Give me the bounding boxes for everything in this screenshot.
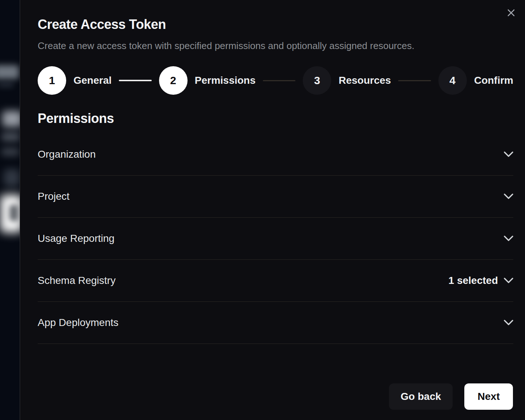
section-row-usage-reporting[interactable]: Usage Reporting: [38, 218, 513, 260]
step-number-badge: 1: [38, 66, 66, 95]
section-row-controls: [504, 194, 513, 199]
chevron-down-icon: [504, 278, 513, 284]
section-row-controls: [504, 151, 513, 157]
section-label: App Deployments: [38, 317, 118, 329]
next-button[interactable]: Next: [464, 383, 513, 410]
section-label: Schema Registry: [38, 275, 116, 286]
selected-count-badge: 1 selected: [449, 275, 498, 286]
blurred-sidebar-item: [0, 65, 19, 79]
blurred-sidebar-item: [2, 111, 20, 127]
section-label: Project: [38, 191, 69, 202]
stepper-step-resources[interactable]: 3 Resources: [303, 66, 391, 95]
step-label: General: [73, 75, 112, 86]
create-access-token-modal: Create Access Token Create a new access …: [20, 0, 525, 420]
stepper-connector: [398, 80, 431, 81]
section-row-controls: 1 selected: [449, 275, 513, 286]
background-page-blurred: [0, 0, 20, 420]
stepper-connector: [119, 80, 151, 81]
section-row-controls: [504, 320, 513, 326]
screen: Create Access Token Create a new access …: [0, 0, 525, 420]
blurred-sidebar-card-icon: [10, 205, 18, 221]
step-number-badge: 4: [438, 66, 467, 95]
modal-title: Create Access Token: [38, 17, 513, 32]
permission-sections: Organization Project Usage: [38, 134, 513, 344]
step-label: Permissions: [195, 75, 256, 86]
section-row-app-deployments[interactable]: App Deployments: [38, 302, 513, 344]
section-row-controls: [504, 236, 513, 241]
stepper-connector: [263, 80, 295, 81]
stepper-step-permissions[interactable]: 2 Permissions: [159, 66, 256, 95]
permissions-heading: Permissions: [38, 111, 513, 126]
blurred-sidebar-item: [1, 132, 20, 141]
stepper-step-general[interactable]: 1 General: [38, 66, 112, 95]
chevron-down-icon: [504, 151, 513, 157]
section-label: Usage Reporting: [38, 233, 114, 244]
close-icon: [506, 7, 517, 19]
chevron-down-icon: [504, 236, 513, 241]
section-row-project[interactable]: Project: [38, 176, 513, 218]
blurred-sidebar-item: [4, 169, 20, 187]
section-label: Organization: [38, 149, 96, 160]
blurred-sidebar-item: [0, 83, 14, 87]
step-number-badge: 3: [303, 66, 331, 95]
modal-subtitle: Create a new access token with specified…: [38, 40, 513, 52]
chevron-down-icon: [504, 194, 513, 199]
section-row-organization[interactable]: Organization: [38, 134, 513, 176]
stepper: 1 General 2 Permissions 3 Resources 4 Co…: [38, 66, 513, 95]
close-button[interactable]: [503, 5, 519, 21]
section-row-schema-registry[interactable]: Schema Registry 1 selected: [38, 260, 513, 302]
step-label: Resources: [339, 75, 391, 86]
step-number-badge: 2: [159, 66, 188, 95]
step-label: Confirm: [474, 75, 513, 86]
blurred-sidebar-item: [1, 148, 19, 156]
stepper-step-confirm[interactable]: 4 Confirm: [438, 66, 513, 95]
modal-footer: Go back Next: [389, 383, 513, 410]
chevron-down-icon: [504, 320, 513, 326]
go-back-button[interactable]: Go back: [389, 383, 453, 410]
